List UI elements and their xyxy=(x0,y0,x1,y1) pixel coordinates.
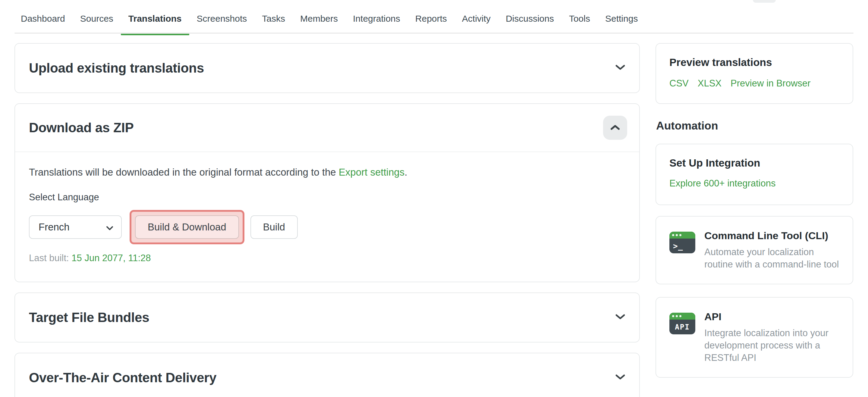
download-as-zip-panel: Download as ZIP Translations will be dow… xyxy=(14,103,640,282)
cli-card-title: Command Line Tool (CLI) xyxy=(704,230,841,241)
tab-tools[interactable]: Tools xyxy=(561,4,598,33)
cli-tool-card[interactable]: >_ Command Line Tool (CLI) Automate your… xyxy=(655,216,853,284)
ota-panel-title: Over-The-Air Content Delivery xyxy=(29,370,216,385)
select-chevron-down-icon xyxy=(106,221,113,233)
translations-download-panels: Upload existing translations Download as… xyxy=(14,43,640,397)
tab-translations[interactable]: Translations xyxy=(121,4,189,33)
upload-panel-title: Upload existing translations xyxy=(29,61,204,76)
api-window-icon: API xyxy=(670,313,695,334)
chevron-down-icon[interactable] xyxy=(615,314,625,321)
download-description-period: . xyxy=(404,167,407,178)
preview-translations-title: Preview translations xyxy=(670,56,839,68)
window-dot-icon xyxy=(672,315,674,317)
build-and-download-button[interactable]: Build & Download xyxy=(135,216,239,239)
preview-in-browser-link[interactable]: Preview in Browser xyxy=(731,78,810,89)
set-up-integration-card: Set Up Integration Explore 600+ integrat… xyxy=(655,144,853,205)
collapse-panel-button[interactable] xyxy=(603,116,627,140)
chevron-down-icon[interactable] xyxy=(615,374,625,381)
clipped-top-element xyxy=(753,0,776,3)
api-card-title: API xyxy=(704,311,841,323)
terminal-window-icon: >_ xyxy=(670,232,695,253)
tab-discussions[interactable]: Discussions xyxy=(498,4,561,33)
api-card-text: API Integrate localization into your dev… xyxy=(704,311,841,364)
window-dot-icon xyxy=(679,234,681,236)
tab-members[interactable]: Members xyxy=(293,4,345,33)
tab-screenshots[interactable]: Screenshots xyxy=(189,4,255,33)
bundles-panel-title: Target File Bundles xyxy=(29,310,149,325)
preview-links-row: CSV XLSX Preview in Browser xyxy=(670,78,839,89)
window-dot-icon xyxy=(676,234,678,236)
last-built-timestamp-link[interactable]: 15 Jun 2077, 11:28 xyxy=(71,253,151,263)
download-panel-body: Translations will be downloaded in the o… xyxy=(15,152,639,282)
explore-integrations-link[interactable]: Explore 600+ integrations xyxy=(670,178,775,189)
preview-csv-link[interactable]: CSV xyxy=(670,78,689,89)
terminal-prompt-glyph: >_ xyxy=(670,238,695,253)
download-description: Translations will be downloaded in the o… xyxy=(29,167,625,178)
target-file-bundles-panel[interactable]: Target File Bundles xyxy=(14,293,640,342)
tab-activity[interactable]: Activity xyxy=(455,4,498,33)
chevron-down-icon[interactable] xyxy=(615,64,625,72)
language-select[interactable]: French xyxy=(29,216,122,239)
tab-settings[interactable]: Settings xyxy=(598,4,645,33)
download-controls-row: French Build & Download Build xyxy=(29,210,625,244)
tab-dashboard[interactable]: Dashboard xyxy=(13,4,73,33)
project-tab-bar: Dashboard Sources Translations Screensho… xyxy=(0,0,868,33)
preview-xlsx-link[interactable]: XLSX xyxy=(698,78,721,89)
api-tool-card[interactable]: API API Integrate localization into your… xyxy=(655,297,853,378)
last-built-row: Last built: 15 Jun 2077, 11:28 xyxy=(29,253,625,264)
tab-integrations[interactable]: Integrations xyxy=(345,4,408,33)
tab-reports[interactable]: Reports xyxy=(408,4,455,33)
select-language-label: Select Language xyxy=(29,192,625,203)
api-card-description: Integrate localization into your develop… xyxy=(704,327,841,364)
set-up-integration-title: Set Up Integration xyxy=(670,157,839,169)
automation-heading: Automation xyxy=(656,120,853,132)
annotation-highlight-box: Build & Download xyxy=(130,210,244,244)
api-titlebar xyxy=(670,313,695,320)
upload-existing-translations-panel[interactable]: Upload existing translations xyxy=(14,43,640,93)
download-description-text: Translations will be downloaded in the o… xyxy=(29,167,339,178)
last-built-label: Last built: xyxy=(29,253,69,263)
tab-bar-divider xyxy=(14,33,854,34)
preview-translations-card: Preview translations CSV XLSX Preview in… xyxy=(655,43,853,104)
api-label-glyph: API xyxy=(670,320,695,334)
tab-tasks[interactable]: Tasks xyxy=(254,4,293,33)
tab-sources[interactable]: Sources xyxy=(73,4,121,33)
cli-card-description: Automate your localization routine with … xyxy=(704,246,841,270)
terminal-titlebar xyxy=(670,232,695,238)
cli-card-text: Command Line Tool (CLI) Automate your lo… xyxy=(704,230,841,270)
window-dot-icon xyxy=(676,315,678,317)
over-the-air-panel[interactable]: Over-The-Air Content Delivery xyxy=(14,353,640,397)
window-dot-icon xyxy=(672,234,674,236)
download-panel-header[interactable]: Download as ZIP xyxy=(15,104,639,152)
window-dot-icon xyxy=(679,315,681,317)
export-settings-link[interactable]: Export settings xyxy=(339,167,404,178)
chevron-up-icon xyxy=(611,125,620,131)
build-button[interactable]: Build xyxy=(250,216,298,239)
language-select-value: French xyxy=(38,221,70,233)
download-sidebar: Preview translations CSV XLSX Preview in… xyxy=(655,43,853,378)
download-panel-title: Download as ZIP xyxy=(29,120,134,135)
